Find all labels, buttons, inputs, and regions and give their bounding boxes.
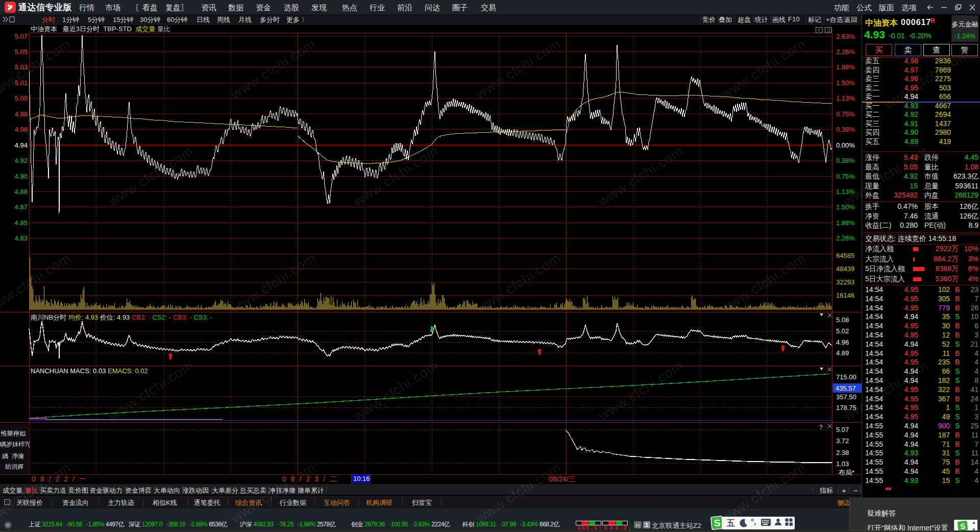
svg-text:5.02: 5.02 <box>836 327 849 335</box>
svg-text:5.01: 5.01 <box>15 79 28 87</box>
svg-text:435.57: 435.57 <box>836 384 856 392</box>
svg-text:4.98: 4.98 <box>15 110 28 118</box>
svg-text:4.87: 4.87 <box>15 203 28 211</box>
svg-text:2.38: 2.38 <box>836 449 849 456</box>
svg-text:5.00: 5.00 <box>15 94 28 102</box>
svg-text:1.50%: 1.50% <box>836 203 855 211</box>
svg-text:S: S <box>714 517 721 528</box>
svg-text:(•): (•) <box>635 523 640 527</box>
svg-text:5.08: 5.08 <box>836 316 849 324</box>
svg-text:0.38%: 0.38% <box>836 157 855 164</box>
svg-text:1: 1 <box>645 522 648 528</box>
svg-text:4.92: 4.92 <box>15 157 28 164</box>
svg-text:?: ? <box>819 424 823 431</box>
svg-text:5.03: 5.03 <box>15 63 28 71</box>
svg-text:08/22/一: 08/22/一 <box>32 475 91 483</box>
svg-text:08/24/三: 08/24/三 <box>549 475 576 483</box>
svg-text:2.26%: 2.26% <box>836 234 855 242</box>
svg-text:357.50: 357.50 <box>836 393 856 401</box>
svg-text:08/23/二: 08/23/二 <box>282 475 341 483</box>
svg-text:64585: 64585 <box>836 252 854 259</box>
svg-text:南川NB分时 均价: 4.93 价位: 4.93 CB2:: 南川NB分时 均价: 4.93 价位: 4.93 CB2: - CS2: - C… <box>31 313 212 321</box>
svg-text:4.96: 4.96 <box>836 338 849 346</box>
svg-text:178.75: 178.75 <box>836 404 856 412</box>
svg-text:2.63%: 2.63% <box>836 33 855 40</box>
svg-text:⇪: ⇪ <box>817 28 821 33</box>
svg-text:5.07: 5.07 <box>836 426 849 433</box>
svg-text:5.07: 5.07 <box>15 33 28 40</box>
svg-text:布局*: 布局* <box>838 469 854 476</box>
svg-text:S: S <box>960 522 966 531</box>
svg-text:715.00: 715.00 <box>836 373 856 381</box>
svg-text:3.72: 3.72 <box>836 437 849 445</box>
svg-text:惟樂檸姒: 惟樂檸姒 <box>1 430 26 437</box>
svg-text:48439: 48439 <box>836 265 854 273</box>
svg-text:中油资本 最近3日分时 TBP-STD 成交量 量比: 中油资本 最近3日分时 TBP-STD 成交量 量比 <box>31 25 170 33</box>
svg-text:1.88%: 1.88% <box>836 219 855 227</box>
svg-text:1.03: 1.03 <box>836 460 849 468</box>
svg-text:4.83: 4.83 <box>15 234 28 242</box>
svg-text:0.75%: 0.75% <box>836 110 855 118</box>
svg-text:16146: 16146 <box>836 292 854 299</box>
svg-text:2.26%: 2.26% <box>836 48 855 56</box>
svg-text:4.88: 4.88 <box>15 188 28 196</box>
svg-text:4.94: 4.94 <box>15 141 28 149</box>
svg-text:32293: 32293 <box>836 278 854 286</box>
svg-text:10:16: 10:16 <box>353 475 370 482</box>
svg-text:4.89: 4.89 <box>836 349 849 357</box>
svg-text:0.38%: 0.38% <box>836 126 855 133</box>
svg-text:NANCHUAN MACS: 0.03 EMACS: 0.0: NANCHUAN MACS: 0.03 EMACS: 0.02 <box>31 367 148 375</box>
svg-text:1.88%: 1.88% <box>836 63 855 71</box>
svg-text:瞝岁姀椊?(: 瞝岁姀椊?( <box>0 441 30 448</box>
svg-text:0.75%: 0.75% <box>836 173 855 180</box>
svg-text:紡涓嬋: 紡涓嬋 <box>5 463 23 470</box>
svg-text:4.90: 4.90 <box>15 173 28 180</box>
svg-text:4.85: 4.85 <box>15 219 28 227</box>
svg-text:縭 净瀹: 縭 净瀹 <box>2 452 24 460</box>
svg-text:0.00%: 0.00% <box>836 141 855 149</box>
svg-text:5.05: 5.05 <box>15 48 28 56</box>
svg-text:4.96: 4.96 <box>15 126 28 133</box>
svg-text:◫: ◫ <box>827 28 831 33</box>
svg-text:1.13%: 1.13% <box>836 188 855 196</box>
svg-text:1.13%: 1.13% <box>836 94 855 102</box>
svg-text:1.50%: 1.50% <box>836 79 855 87</box>
